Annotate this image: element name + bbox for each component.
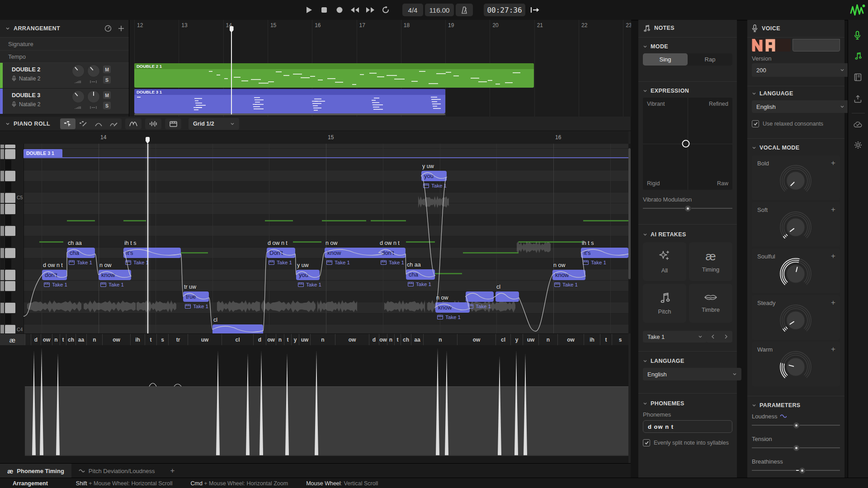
vocal-mode-add-button[interactable]: + — [831, 159, 835, 167]
phoneme-cell[interactable]: t — [145, 334, 156, 346]
phoneme-cell[interactable]: tr — [168, 334, 188, 346]
take-dropdown[interactable]: Take 1 — [643, 331, 707, 343]
draw-curve-tool-button[interactable] — [106, 118, 122, 129]
vocal-mode-add-button[interactable]: + — [831, 252, 835, 260]
stop-button[interactable] — [317, 4, 331, 16]
piano-key-white[interactable] — [5, 145, 15, 148]
grid-size-dropdown[interactable]: Grid 1/2 — [189, 118, 239, 130]
arrangement-collapse-chevron[interactable] — [5, 26, 10, 31]
parameter-slider-breathiness[interactable] — [752, 467, 840, 474]
phonemes-input[interactable]: d ow n t — [643, 420, 732, 433]
piano-key-white[interactable] — [5, 204, 15, 214]
midi-note[interactable]: you — [421, 171, 447, 181]
voice-language-dropdown[interactable]: English — [752, 100, 849, 113]
phoneme-cell[interactable]: ow — [335, 334, 369, 346]
take-badge[interactable]: Take 1 — [298, 282, 321, 287]
piano-key-black[interactable] — [5, 215, 11, 225]
add-track-icon[interactable] — [118, 25, 124, 32]
mode-option-sing[interactable]: Sing — [643, 53, 688, 66]
phoneme-cell[interactable]: n — [86, 334, 102, 346]
vocal-mode-collapse-chevron[interactable] — [752, 145, 756, 150]
piano-key-white[interactable] — [5, 149, 15, 159]
phoneme-cell[interactable]: ow — [379, 334, 387, 346]
midi-note[interactable]: know — [552, 270, 585, 280]
phoneme-cell[interactable]: y — [291, 334, 299, 346]
note-language-dropdown[interactable]: English — [643, 368, 741, 380]
record-button[interactable] — [333, 4, 346, 16]
phoneme-cell[interactable]: t — [600, 334, 612, 346]
phoneme-cell[interactable]: ch — [66, 334, 75, 346]
phoneme-cell[interactable]: n — [387, 334, 394, 346]
phoneme-cell[interactable]: cl — [222, 334, 253, 346]
phoneme-cell[interactable]: t — [284, 334, 291, 346]
voice-language-collapse-chevron[interactable] — [752, 91, 756, 96]
phoneme-cell[interactable]: ih — [130, 334, 145, 346]
piano-key-black[interactable] — [5, 259, 11, 269]
midi-note[interactable]: know — [435, 302, 470, 313]
expression-collapse-chevron[interactable] — [643, 89, 647, 93]
retake-button-all[interactable]: All — [643, 242, 686, 281]
slider-thumb[interactable] — [684, 205, 691, 212]
phoneme-cell[interactable]: y — [510, 334, 523, 346]
piano-roll-ruler[interactable]: 141516 — [0, 131, 628, 144]
midi-note[interactable] — [466, 291, 494, 302]
piano-key-black[interactable] — [5, 237, 11, 247]
midi-note[interactable]: it's — [123, 248, 181, 258]
midi-note[interactable]: you — [296, 270, 320, 280]
piano-roll-collapse-chevron[interactable] — [5, 122, 10, 126]
take-badge[interactable]: Take 1 — [423, 183, 447, 188]
relaxed-consonants-checkbox[interactable]: Use relaxed consonants — [752, 120, 823, 127]
take-badge[interactable]: Take 1 — [408, 282, 431, 287]
phoneme-cell[interactable]: n — [52, 334, 60, 346]
tempo-display[interactable]: 116.00 — [425, 4, 454, 16]
pan-knob[interactable] — [88, 65, 99, 77]
retake-button-timbre[interactable]: Timbre — [689, 284, 732, 323]
tempo-row[interactable]: Tempo — [0, 51, 129, 63]
volume-knob[interactable] — [72, 65, 84, 77]
mute-button[interactable]: M — [103, 91, 111, 99]
phoneme-timing-lane[interactable] — [0, 345, 628, 463]
expression-handle[interactable] — [682, 140, 690, 148]
vocal-mode-knob[interactable] — [775, 208, 816, 244]
piano-roll-vscrollbar[interactable] — [628, 144, 631, 333]
phoneme-cell[interactable]: d — [253, 334, 266, 346]
phoneme-cell[interactable]: ow — [266, 334, 276, 346]
retake-view-button[interactable] — [165, 118, 181, 129]
slider-thumb[interactable] — [799, 467, 806, 474]
take-badge[interactable]: Take 1 — [44, 282, 67, 287]
tab-pitch-deviation-loudness[interactable]: Pitch Deviation/Loudness — [71, 464, 162, 478]
export-icon[interactable] — [854, 95, 862, 104]
signature-row[interactable]: Signature — [0, 38, 129, 51]
phoneme-cell[interactable]: n — [310, 334, 335, 346]
phoneme-cell[interactable]: d — [369, 334, 379, 346]
phoneme-cell[interactable]: ow — [457, 334, 495, 346]
piano-key-black[interactable] — [5, 292, 11, 302]
piano-key-black[interactable] — [5, 182, 11, 192]
arrangement-hscrollbar[interactable] — [134, 113, 445, 115]
take-badge[interactable]: Take 1 — [326, 260, 350, 265]
piano-roll-grid[interactable]: C5C4DOUBLE 3 1d ow n tdon'tTake 1ch aach… — [0, 144, 628, 333]
midi-note[interactable]: don't — [42, 270, 67, 280]
vibrato-modulation-slider[interactable] — [643, 205, 732, 211]
vocal-mode-add-button[interactable]: + — [831, 206, 835, 213]
phoneme-cell[interactable]: uw — [188, 334, 222, 346]
phoneme-cell[interactable]: ow — [41, 334, 52, 346]
time-signature-display[interactable]: 4/4 — [402, 4, 423, 16]
phoneme-cell[interactable]: cl — [495, 334, 510, 346]
phoneme-timing-strip[interactable]: ædowntchaanowihtstruwcldowntyuwnowdowntc… — [0, 333, 628, 346]
midi-note[interactable]: Don't — [267, 248, 295, 258]
phoneme-cell[interactable]: s — [156, 334, 168, 346]
track-row-double-2[interactable]: DOUBLE 2Natalie 2MS — [0, 63, 129, 89]
go-to-end-button[interactable] — [527, 4, 542, 16]
playhead-pin[interactable] — [230, 26, 234, 33]
clip-region-badge[interactable]: DOUBLE 3 1 — [24, 149, 62, 157]
phoneme-cell[interactable]: uw — [523, 334, 538, 346]
parameter-slider-tension[interactable] — [752, 445, 840, 451]
piano-key-white[interactable] — [5, 248, 15, 258]
cloud-sync-icon[interactable] — [854, 121, 862, 129]
piano-key-white[interactable] — [5, 270, 15, 280]
midi-note[interactable]: it's — [581, 248, 628, 258]
piano-key-white[interactable] — [5, 193, 15, 203]
midi-note[interactable] — [495, 291, 519, 302]
rewind-button[interactable] — [348, 4, 362, 16]
